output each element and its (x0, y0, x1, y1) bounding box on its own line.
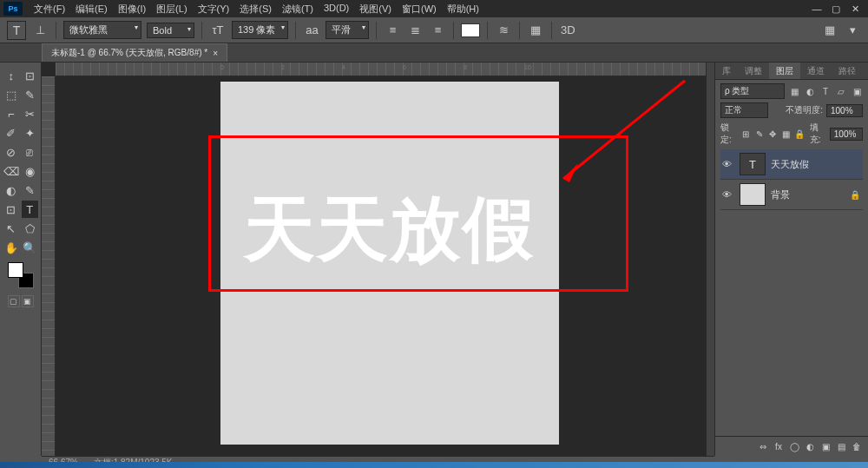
marquee-tool[interactable]: ⬚ (3, 86, 20, 103)
layer-thumb-bg (740, 183, 766, 206)
link-layers-icon[interactable]: ⇔ (757, 440, 769, 452)
healing-tool[interactable]: ✦ (22, 124, 39, 142)
filter-shape-icon[interactable]: ▱ (835, 85, 847, 97)
close-button[interactable]: ✕ (849, 3, 861, 15)
document-tab[interactable]: 未标题-1 @ 66.7% (天天放假, RGB/8#) * × (42, 43, 227, 62)
menu-file[interactable]: 文件(F) (30, 1, 69, 17)
filter-text-icon[interactable]: T (819, 85, 832, 97)
menu-select[interactable]: 选择(S) (235, 1, 276, 17)
3d-icon[interactable]: 3D (559, 22, 576, 39)
filter-image-icon[interactable]: ▦ (788, 85, 800, 97)
layer-row[interactable]: 👁 背景 🔒 (720, 180, 863, 210)
panel-tab-adjust[interactable]: 调整 (738, 63, 769, 79)
rect-tool[interactable]: ⊡ (3, 201, 20, 218)
ruler-vertical[interactable] (42, 76, 56, 456)
options-bar: T ⊥ 微软雅黑 Bold τT 139 像素 aa 平滑 ≡ ≣ ≡ ≋ ▦ … (0, 17, 868, 43)
eyedropper-tool[interactable]: ✐ (3, 124, 20, 142)
lock-artboard-icon[interactable]: ▦ (780, 128, 791, 140)
character-panel-icon[interactable]: ▦ (527, 22, 544, 39)
menu-view[interactable]: 视图(V) (355, 1, 396, 17)
color-picker[interactable] (8, 262, 34, 288)
panels-collapse-strip[interactable] (706, 63, 714, 456)
font-size-select[interactable]: 139 像素 (232, 21, 288, 39)
blend-mode-select[interactable]: 正常 (720, 102, 768, 118)
screen-mode-icon[interactable]: ▣ (22, 295, 34, 307)
filter-smart-icon[interactable]: ▣ (851, 85, 863, 97)
layer-mask-icon[interactable]: ◯ (788, 440, 800, 452)
menu-layer[interactable]: 图层(L) (152, 1, 191, 17)
lock-all-icon[interactable]: 🔒 (793, 128, 804, 140)
menu-filter[interactable]: 滤镜(T) (278, 1, 318, 17)
canvas-area: 0246810 天天放假 (42, 63, 714, 456)
artboard-tool[interactable]: ⊡ (22, 67, 39, 84)
zoom-tool[interactable]: 🔍 (22, 239, 39, 256)
crop-tool[interactable]: ⌐ (3, 105, 20, 122)
active-tool-icon[interactable]: T (7, 21, 26, 40)
slice-tool[interactable]: ✂ (22, 105, 39, 122)
panel-tab-paths[interactable]: 路径 (832, 63, 863, 79)
panel-tab-layers[interactable]: 图层 (769, 63, 800, 79)
antialias-select[interactable]: 平滑 (326, 21, 369, 39)
workspace-icon[interactable]: ▦ (821, 22, 838, 39)
lock-transparent-icon[interactable]: ⊞ (740, 128, 751, 140)
text-color-swatch[interactable] (461, 23, 480, 37)
visibility-icon[interactable]: 👁 (722, 189, 734, 200)
menu-window[interactable]: 窗口(W) (398, 1, 441, 17)
canvas[interactable]: 天天放假 (220, 82, 559, 445)
gradient-tool[interactable]: ◉ (22, 162, 39, 180)
font-family-select[interactable]: 微软雅黑 (63, 21, 141, 39)
stamp-tool[interactable]: ⎚ (22, 143, 39, 161)
fill-label: 填充: (810, 122, 827, 146)
menu-help[interactable]: 帮助(H) (443, 1, 483, 17)
foreground-color[interactable] (8, 262, 23, 278)
lock-position-icon[interactable]: ✥ (767, 128, 778, 140)
group-icon[interactable]: ▣ (819, 440, 832, 452)
canvas-text-layer[interactable]: 天天放假 (244, 182, 536, 278)
layer-name[interactable]: 背景 (771, 188, 790, 201)
brush-tool[interactable]: ⊘ (3, 143, 20, 161)
eraser-tool[interactable]: ⌫ (3, 162, 20, 180)
align-right-icon[interactable]: ≡ (429, 22, 446, 39)
new-layer-icon[interactable]: ▤ (835, 440, 847, 452)
menu-image[interactable]: 图像(I) (114, 1, 150, 17)
maximize-button[interactable]: ▢ (830, 3, 842, 15)
warp-text-icon[interactable]: ≋ (495, 22, 512, 39)
type-tool[interactable]: T (22, 201, 39, 218)
menu-3d[interactable]: 3D(D) (319, 1, 353, 17)
fill-input[interactable]: 100% (830, 128, 863, 141)
delete-layer-icon[interactable]: 🗑 (851, 440, 863, 452)
path-select-tool[interactable]: ↖ (3, 220, 20, 237)
align-center-icon[interactable]: ≣ (406, 22, 424, 39)
antialias-icon: aa (303, 22, 320, 39)
layer-row[interactable]: 👁 T 天天放假 (720, 149, 863, 180)
ruler-horizontal[interactable]: 0246810 (56, 63, 714, 76)
pen-tool[interactable]: ✎ (22, 181, 39, 199)
tab-close-icon[interactable]: × (213, 49, 218, 58)
menu-type[interactable]: 文字(Y) (194, 1, 234, 17)
panel-menu-icon[interactable]: ▾ (844, 22, 861, 39)
quick-mask-icon[interactable]: ▢ (8, 295, 20, 307)
font-style-select[interactable]: Bold (147, 23, 194, 38)
layer-name[interactable]: 天天放假 (771, 158, 809, 171)
lasso-tool[interactable]: ✎ (22, 86, 39, 103)
svg-marker-1 (563, 163, 578, 182)
menu-edit[interactable]: 编辑(E) (71, 1, 112, 17)
panel-tab-channels[interactable]: 通道 (800, 63, 832, 79)
lock-pixels-icon[interactable]: ✎ (753, 128, 764, 140)
canvas-viewport[interactable]: 天天放假 (56, 76, 714, 456)
shape-tool[interactable]: ⬠ (22, 220, 39, 237)
panel-tab-library[interactable]: 库 (715, 63, 738, 79)
opacity-input[interactable]: 100% (826, 104, 863, 117)
adjustment-layer-icon[interactable]: ◐ (804, 440, 816, 452)
dodge-tool[interactable]: ◐ (3, 181, 20, 199)
minimize-button[interactable]: — (811, 3, 823, 15)
titlebar: Ps 文件(F) 编辑(E) 图像(I) 图层(L) 文字(Y) 选择(S) 滤… (0, 0, 868, 17)
hand-tool[interactable]: ✋ (3, 239, 20, 256)
text-orientation-icon[interactable]: ⊥ (31, 22, 49, 39)
move-tool[interactable]: ↕ (3, 67, 20, 84)
align-left-icon[interactable]: ≡ (384, 22, 401, 39)
visibility-icon[interactable]: 👁 (722, 159, 734, 169)
layer-style-icon[interactable]: fx (773, 440, 785, 452)
filter-adjust-icon[interactable]: ◐ (804, 85, 816, 97)
layer-filter-select[interactable]: ρ 类型 (720, 83, 785, 99)
